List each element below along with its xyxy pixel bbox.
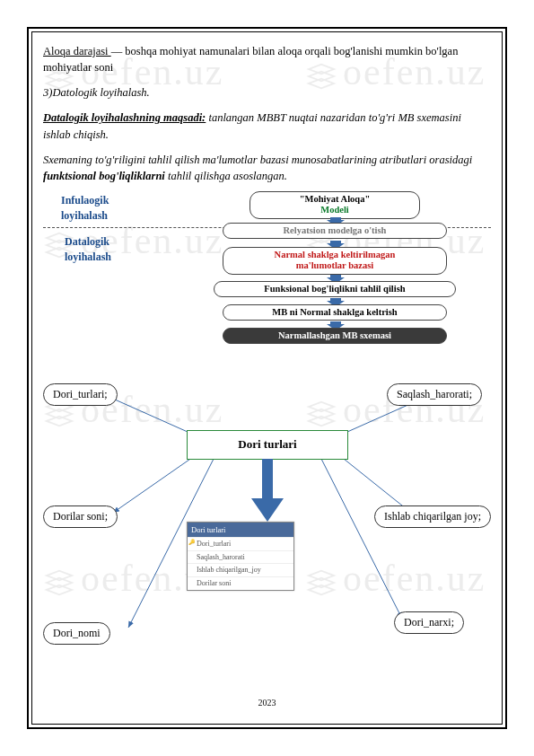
paragraph-aloqa: Aloqa darajasi — boshqa mohiyat namunala…: [43, 43, 491, 75]
svg-marker-11: [251, 459, 284, 522]
flowbox-label: Relyatsion modelga o'tish: [284, 225, 387, 235]
entity-dori-turlari: Dori turlari: [187, 430, 348, 460]
attr-dorilar-soni: Dorilar soni;: [43, 505, 118, 528]
db-table-row: Saqlash_harorati: [188, 550, 293, 564]
svg-line-10: [321, 459, 402, 619]
text-sxema-c: tahlil qilishga asoslangan.: [165, 170, 287, 182]
arrow-down-icon: [327, 238, 345, 247]
heading-datologik: 3)Datologik loyihalash.: [43, 84, 491, 101]
big-arrow-down-icon: [251, 459, 284, 522]
db-table-dori-turlari: Dori turlari Dori_turlari Saqlash_harora…: [187, 522, 294, 591]
term-datalogik-maqsad: Datalogik loyihalashning maqsadi:: [43, 111, 206, 124]
label-datalogik: Datalogik loyihalash: [65, 234, 154, 266]
db-table-header: Dori turlari: [188, 523, 293, 537]
text-sxema-a: Sxemaning to'g'riligini tahlil qilish ma…: [43, 154, 472, 166]
flowbox-line1: Narmal shaklga keltirilmagan: [275, 250, 396, 259]
arrow-down-icon: [327, 272, 345, 281]
svg-line-5: [115, 400, 196, 435]
flowbox-relyatsion: Relyatsion modelga o'tish: [223, 223, 447, 240]
flowbox-title: "Mohiyat Aloqa": [300, 194, 370, 204]
term-aloqa-darajasi: Aloqa darajasi: [43, 45, 111, 57]
footer-year: 2023: [43, 697, 491, 710]
db-table-row: Dori_turlari: [188, 537, 293, 550]
term-funktsional: funktsional bog'liqliklarni: [43, 170, 165, 182]
paragraph-sxema: Sxemaning to'g'riligini tahlil qilish ma…: [43, 152, 491, 184]
arrow-down-icon: [327, 319, 345, 328]
flowchart-diagram: Infulaogik loyihalash Datalogik loyihala…: [43, 193, 491, 364]
db-table-row: Ishlab chiqarilgan_joy: [188, 563, 293, 576]
attr-saqlash-harorati: Saqlash_harorati;: [387, 383, 482, 406]
flowbox-line2: ma'lumotlar bazasi: [296, 260, 373, 270]
label-infulaogik: Infulaogik loyihalash: [61, 193, 151, 224]
attr-dori-nomi: Dori_nomi: [43, 622, 110, 645]
page-content: Aloqa darajasi — boshqa mohiyat namunala…: [43, 43, 491, 713]
paragraph-maqsad: Datalogik loyihalashning maqsadi: tanlan…: [43, 110, 491, 142]
db-table-row: Dorilar soni: [188, 576, 293, 590]
svg-line-8: [339, 455, 411, 513]
arrow-down-icon: [327, 295, 345, 304]
attr-ishlab-chiqarilgan: Ishlab chiqarilgan joy;: [374, 505, 491, 528]
svg-line-7: [113, 455, 196, 513]
flowbox-narmal-shaklga: Narmal shaklga keltirilmagan ma'lumotlar…: [223, 247, 447, 275]
attr-dori-narxi: Dori_narxi;: [394, 611, 464, 634]
er-diagram: Dori_turlari; Saqlash_harorati; Dori tur…: [43, 380, 491, 649]
attr-dori-turlari: Dori_turlari;: [43, 383, 118, 406]
flowbox-narmallashgan: Narmallashgan MB sxemasi: [223, 328, 447, 345]
